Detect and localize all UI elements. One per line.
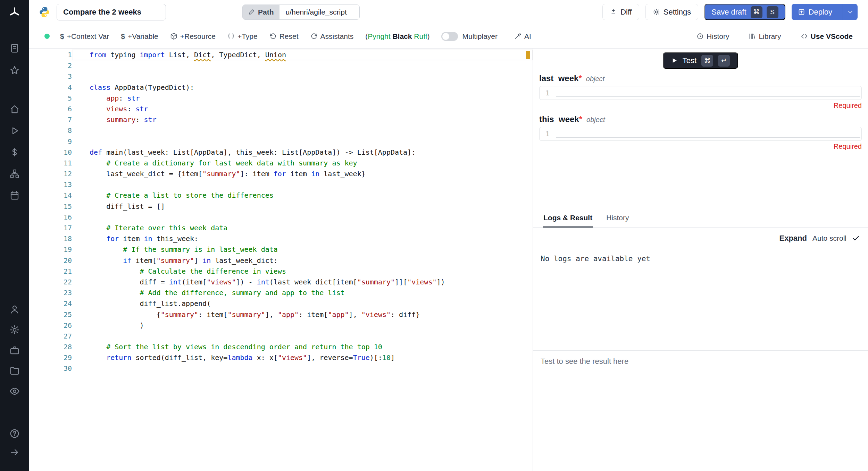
use-vscode-button[interactable]: Use VScode: [801, 32, 853, 41]
code-line[interactable]: 20 if item["summary"] in last_week_dict:: [29, 255, 533, 266]
toolbar-right: History Library Use VScode: [677, 32, 853, 41]
collapse-arrow-right-icon[interactable]: [9, 446, 20, 458]
assistants-button[interactable]: Assistants: [310, 32, 354, 41]
library-button[interactable]: Library: [749, 32, 781, 41]
code-line[interactable]: 25 {"summary": item["summary"], "app": i…: [29, 309, 533, 320]
code-line[interactable]: 22 diff = int(item["views"]) - int(last_…: [29, 277, 533, 288]
code-line[interactable]: 15 diff_list = []: [29, 201, 533, 212]
code-line[interactable]: 23 # Add the difference, summary and app…: [29, 288, 533, 298]
code-line-text: # Add the difference, summary and app to…: [72, 288, 533, 298]
user-icon[interactable]: [9, 303, 20, 315]
code-line-text: for item in this_week:: [72, 233, 533, 244]
code-line[interactable]: 13: [29, 179, 533, 190]
script-title-text: Compare the 2 weeks: [63, 8, 141, 17]
dollar-icon: $: [60, 32, 64, 41]
code-line[interactable]: 27: [29, 331, 533, 342]
code-line-text: def main(last_week: List[AppData], this_…: [72, 147, 533, 158]
code-line[interactable]: 8: [29, 125, 533, 136]
content-area: 1from typing import List, Dict, TypedDic…: [29, 49, 868, 471]
code-line-text: if item["summary"] in last_week_dict:: [72, 255, 533, 266]
code-line[interactable]: 9: [29, 136, 533, 147]
multiplayer-toggle[interactable]: [441, 32, 458, 41]
history-button[interactable]: History: [696, 32, 729, 41]
code-line[interactable]: 14 # Create a list to store the differen…: [29, 190, 533, 201]
help-icon[interactable]: [9, 428, 20, 439]
arg-this-week-input[interactable]: 1: [539, 127, 862, 141]
python-logo-icon: [39, 6, 50, 18]
input-line-number: 1: [540, 127, 556, 140]
settings-gear-icon[interactable]: [9, 324, 20, 336]
runs-play-icon[interactable]: [9, 125, 20, 137]
code-line[interactable]: 28 # Sort the list by views in descendin…: [29, 342, 533, 352]
line-number: 15: [29, 201, 72, 212]
autoscroll-label[interactable]: Auto scroll: [812, 234, 846, 242]
path-label: Path: [258, 8, 274, 16]
pencil-icon: [248, 9, 255, 15]
variables-dollar-icon[interactable]: [9, 146, 20, 158]
reset-button[interactable]: Reset: [269, 32, 299, 41]
test-button[interactable]: Test ⌘ ↵: [663, 52, 738, 69]
check-icon[interactable]: [852, 234, 860, 242]
tab-logs-result[interactable]: Logs & Result: [543, 210, 593, 228]
audit-eye-icon[interactable]: [9, 385, 20, 397]
diff-button[interactable]: Diff: [602, 4, 639, 20]
input-underline: [556, 96, 860, 97]
flows-sitemap-icon[interactable]: [9, 168, 20, 180]
code-line[interactable]: 12 last_week_dict = {item["summary"]: it…: [29, 169, 533, 179]
toggle-knob: [442, 33, 449, 40]
code-line-text: # If the summary is in last_week data: [72, 244, 533, 255]
home-icon[interactable]: [9, 103, 20, 115]
multiplayer-label[interactable]: Multiplayer: [462, 32, 498, 41]
code-line[interactable]: 29 return sorted(diff_list, key=lambda x…: [29, 352, 533, 363]
add-context-var-button[interactable]: $ +Context Var: [60, 32, 109, 41]
history-label: History: [707, 32, 729, 41]
test-row: Test ⌘ ↵: [533, 52, 868, 69]
code-line[interactable]: 30: [29, 363, 533, 374]
code-line[interactable]: 16: [29, 212, 533, 223]
code-line[interactable]: 19 # If the summary is in last_week data: [29, 244, 533, 255]
line-number: 16: [29, 212, 72, 223]
arg-type: object: [586, 116, 605, 124]
code-line[interactable]: 2: [29, 60, 533, 71]
code-line[interactable]: 7 summary: str: [29, 114, 533, 125]
gear-icon: [653, 8, 660, 16]
code-line[interactable]: 26 ): [29, 320, 533, 331]
add-resource-button[interactable]: +Resource: [170, 32, 216, 41]
save-draft-button[interactable]: Save draft ⌘ S: [704, 4, 785, 20]
expand-button[interactable]: Expand: [779, 234, 807, 243]
linters-status[interactable]: (Pyright Black Ruff): [365, 32, 429, 41]
script-title-input[interactable]: Compare the 2 weeks: [57, 4, 166, 20]
code-line[interactable]: 18 for item in this_week:: [29, 233, 533, 244]
code-line[interactable]: 24 diff_list.append(: [29, 298, 533, 309]
path-edit-button[interactable]: Path: [243, 5, 279, 19]
code-line[interactable]: 21 # Calculate the difference in views: [29, 266, 533, 277]
code-line[interactable]: 5 app: str: [29, 93, 533, 104]
line-number: 27: [29, 331, 72, 342]
code-line[interactable]: 4class AppData(TypedDict):: [29, 82, 533, 93]
deploy-menu-button[interactable]: [843, 4, 858, 20]
workers-briefcase-icon[interactable]: [9, 344, 20, 356]
add-variable-button[interactable]: $ +Variable: [121, 32, 158, 41]
code-line[interactable]: 11 # Create a dictionary for last_week d…: [29, 158, 533, 169]
arg-last-week-input[interactable]: 1: [539, 86, 862, 100]
tab-history[interactable]: History: [606, 210, 629, 227]
code-editor[interactable]: 1from typing import List, Dict, TypedDic…: [29, 49, 533, 471]
code-line[interactable]: 17 # Iterate over this_week data: [29, 223, 533, 233]
folders-icon[interactable]: [9, 365, 20, 377]
add-type-button[interactable]: +Type: [227, 32, 258, 41]
path-input[interactable]: u/henri/agile_script: [279, 5, 359, 19]
code-line[interactable]: 10def main(last_week: List[AppData], thi…: [29, 147, 533, 158]
code-line[interactable]: 6 views: str: [29, 104, 533, 114]
code-line[interactable]: 1from typing import List, Dict, TypedDic…: [29, 50, 533, 60]
settings-button[interactable]: Settings: [645, 4, 699, 20]
schedules-calendar-icon[interactable]: [9, 189, 20, 201]
journal-icon[interactable]: [9, 42, 20, 54]
star-icon[interactable]: [9, 65, 20, 76]
windmill-logo-icon[interactable]: [8, 6, 22, 19]
overview-ruler[interactable]: [524, 49, 533, 471]
code-line[interactable]: 3: [29, 71, 533, 82]
ai-button[interactable]: AI: [514, 32, 531, 41]
sidebar-group-nav: [9, 103, 20, 201]
line-number: 7: [29, 114, 72, 125]
deploy-button[interactable]: Deploy: [792, 4, 838, 20]
